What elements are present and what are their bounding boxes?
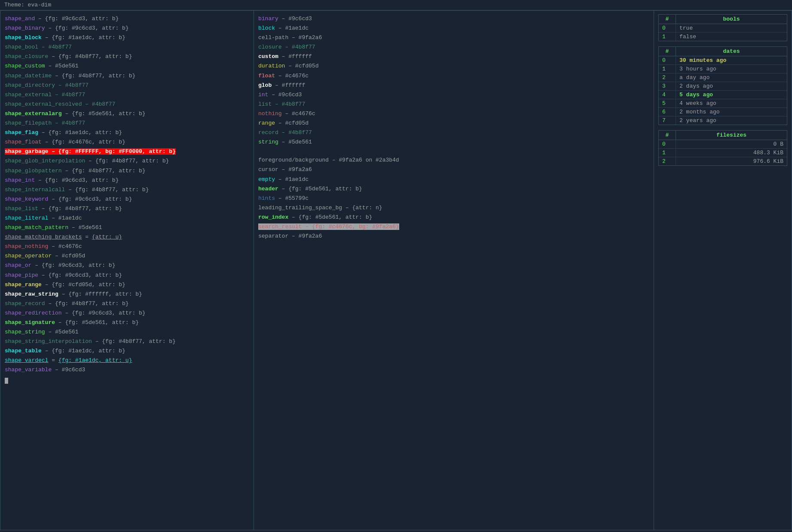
panel-types: binary – #9c6cd3 block – #1ae1dc cell-pa… [254,11,654,530]
line-glob: glob – #ffffff [258,81,649,90]
line-shape-or: shape_or – {fg: #9c6cd3, attr: b} [5,261,249,270]
line-shape-redirection: shape_redirection – {fg: #9c6cd3, attr: … [5,309,249,318]
line-cell-path: cell-path – #9fa2a6 [258,33,649,43]
dates-row-3: 3 2 days ago [659,82,787,91]
line-shape-string-interpolation: shape_string_interpolation – {fg: #4b8f7… [5,337,249,346]
line-row-index: row_index – {fg: #5de561, attr: b} [258,213,649,222]
bools-table: # bools 0 true 1 false [658,14,787,41]
line-shape-block: shape_block – {fg: #1ae1dc, attr: b} [5,33,249,43]
dates-col-hash: # [659,47,676,56]
line-shape-string: shape_string – #5de561 [5,327,249,337]
line-shape-and: shape_and – {fg: #9c6cd3, attr: b} [5,14,249,24]
line-shape-glob-interpolation: shape_glob_interpolation – {fg: #4b8f77,… [5,156,249,166]
dates-row-0: 0 30 minutes ago [659,56,787,65]
line-string: string – #5de561 [258,138,649,147]
line-search-result: search_result – {fg: #c4676c, bg: #9fa2a… [258,222,649,232]
cursor [5,377,249,384]
line-shape-range: shape_range – {fg: #cfd05d, attr: b} [5,280,249,290]
line-shape-list: shape_list – {fg: #4b8f77, attr: b} [5,204,249,214]
line-shape-binary: shape_binary – {fg: #9c6cd3, attr: b} [5,24,249,33]
line-record: record – #4b8f77 [258,128,649,138]
line-shape-closure: shape_closure – {fg: #4b8f77, attr: b} [5,52,249,61]
line-closure: closure – #4b8f77 [258,43,649,52]
line-shape-custom: shape_custom – #5de561 [5,61,249,71]
panel-tables: # bools 0 true 1 false # dates 0 30 minu… [654,11,792,530]
line-separator: separator – #9fa2a6 [258,232,649,241]
line-shape-garbage: shape_garbage – {fg: #FFFFFF, bg: #FF000… [5,147,249,156]
dates-row-4: 4 5 days ago [659,91,787,99]
bools-col-hash: # [659,15,676,24]
line-shape-record: shape_record – {fg: #4b8f77, attr: b} [5,299,249,309]
line-shape-external: shape_external – #4b8f77 [5,90,249,100]
filesizes-col-name: filesizes [676,131,787,140]
line-shape-int: shape_int – {fg: #9c6cd3, attr: b} [5,176,249,185]
bools-col-name: bools [676,15,787,24]
line-custom: custom – #ffffff [258,52,649,61]
dates-row-1: 1 3 hours ago [659,65,787,73]
line-cursor: cursor – #9fa2a6 [258,165,649,174]
line-shape-matching-brackets: shape_matching_brackets = {attr: u} [5,232,249,242]
line-shape-operator: shape_operator – #cfd05d [5,251,249,261]
filesizes-col-hash: # [659,131,676,140]
line-shape-directory: shape_directory – #4b8f77 [5,81,249,90]
line-duration: duration – #cfd05d [258,61,649,71]
line-shape-variable: shape_variable – #9c6cd3 [5,365,249,375]
line-shape-externalarg: shape_externalarg – {fg: #5de561, attr: … [5,109,249,119]
dates-row-5: 5 4 weeks ago [659,99,787,108]
dates-col-name: dates [676,47,787,56]
line-hints: hints – #55799c [258,194,649,203]
line-shape-bool: shape_bool – #4b8f77 [5,43,249,52]
line-shape-vardecl: shape_vardecl = {fg: #1ae1dc, attr: u} [5,356,249,365]
line-fg-bg: foreground/background – #9fa2a6 on #2a3b… [258,156,649,165]
line-shape-external-resolved: shape_external_resolved – #4b8f77 [5,100,249,109]
line-range: range – #cfd05d [258,119,649,128]
line-binary: binary – #9c6cd3 [258,14,649,24]
line-shape-raw-string: shape_raw_string – {fg: #ffffff, attr: b… [5,290,249,299]
line-shape-signature: shape_signature – {fg: #5de561, attr: b} [5,318,249,327]
dates-row-7: 7 2 years ago [659,116,787,125]
line-shape-globpattern: shape_globpattern – {fg: #4b8f77, attr: … [5,166,249,176]
filesizes-row-1: 1 488.3 KiB [659,149,787,157]
theme-label: Theme: eva-dim [4,2,51,8]
bools-row-1: 1 false [659,33,787,41]
panel-shapes: shape_and – {fg: #9c6cd3, attr: b} shape… [0,11,254,530]
theme-bar: Theme: eva-dim [0,0,792,10]
dates-row-6: 6 2 months ago [659,108,787,116]
line-shape-flag: shape_flag – {fg: #1ae1dc, attr: b} [5,128,249,138]
line-header: header – {fg: #5de561, attr: b} [258,184,649,194]
line-empty: empty – #1ae1dc [258,175,649,184]
line-shape-pipe: shape_pipe – {fg: #9c6cd3, attr: b} [5,271,249,280]
bools-table-header: # bools [659,15,787,24]
line-shape-float: shape_float – {fg: #c4676c, attr: b} [5,138,249,147]
line-shape-table: shape_table – {fg: #1ae1dc, attr: b} [5,346,249,356]
line-shape-keyword: shape_keyword – {fg: #9c6cd3, attr: b} [5,195,249,204]
filesizes-table: # filesizes 0 0 B 1 488.3 KiB 2 976.6 Ki… [658,130,787,166]
line-shape-nothing: shape_nothing – #c4676c [5,242,249,251]
line-int: int – #9c6cd3 [258,90,649,100]
line-nothing: nothing – #c4676c [258,109,649,119]
filesizes-row-0: 0 0 B [659,140,787,149]
dates-table: # dates 0 30 minutes ago 1 3 hours ago 2… [658,46,787,125]
line-block: block – #1ae1dc [258,24,649,33]
dates-table-header: # dates [659,47,787,56]
line-shape-match-pattern: shape_match_pattern – #5de561 [5,223,249,232]
filesizes-row-2: 2 976.6 KiB [659,157,787,165]
line-leading-trailing: leading_trailing_space_bg – {attr: n} [258,203,649,213]
line-shape-filepath: shape_filepath – #4b8f77 [5,119,249,128]
bools-row-0: 0 true [659,24,787,33]
line-float: float – #c4676c [258,71,649,81]
line-shape-datetime: shape_datetime – {fg: #4b8f77, attr: b} [5,71,249,81]
line-list: list – #4b8f77 [258,100,649,109]
main-container: shape_and – {fg: #9c6cd3, attr: b} shape… [0,10,792,530]
filesizes-table-header: # filesizes [659,131,787,140]
dates-row-2: 2 a day ago [659,73,787,82]
line-shape-internalcall: shape_internalcall – {fg: #4b8f77, attr:… [5,185,249,195]
line-shape-literal: shape_literal – #1ae1dc [5,214,249,223]
